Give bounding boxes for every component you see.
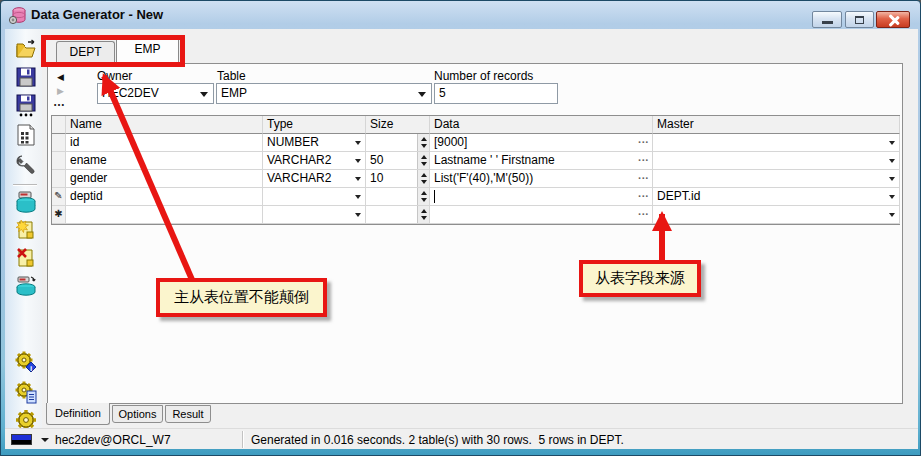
cell-size[interactable]	[366, 134, 430, 152]
cell-name[interactable]: gender	[66, 170, 263, 188]
header-selector	[52, 116, 66, 134]
cell-name[interactable]: deptid	[66, 188, 263, 206]
toolbar-separator	[13, 184, 37, 185]
cell-type[interactable]: VARCHAR2	[263, 170, 366, 188]
cell-size[interactable]	[366, 206, 430, 224]
chevron-down-icon[interactable]	[355, 159, 361, 163]
cell-data-editing[interactable]	[430, 188, 653, 206]
chevron-down-icon[interactable]	[889, 159, 895, 163]
callout-master-note: 从表字段来源	[579, 260, 701, 297]
table-value: EMP	[221, 86, 247, 100]
cell-name[interactable]: id	[66, 134, 263, 152]
save-as-icon[interactable]	[14, 94, 38, 118]
ellipsis-button[interactable]	[638, 152, 649, 169]
drop-table-icon[interactable]	[14, 246, 38, 270]
records-value: 5	[439, 86, 446, 100]
cell-size[interactable]	[366, 188, 430, 206]
row-marker	[52, 152, 66, 170]
tab-result[interactable]: Result	[165, 405, 211, 423]
cell-size[interactable]: 50	[366, 152, 430, 170]
app-database-icon	[8, 6, 27, 25]
session-label: hec2dev@ORCL_W7	[55, 433, 171, 447]
header-master[interactable]: Master	[653, 116, 900, 134]
minimize-button[interactable]	[812, 11, 842, 28]
table-row: gender VARCHAR2 10 List('F'(40),'M'(50))	[52, 170, 899, 188]
row-marker	[52, 170, 66, 188]
cell-type[interactable]: NUMBER	[263, 134, 366, 152]
export-db-icon[interactable]	[14, 274, 38, 298]
tab-definition[interactable]: Definition	[46, 403, 110, 425]
chevron-down-icon[interactable]	[889, 213, 895, 217]
type-value: VARCHAR2	[267, 171, 331, 185]
close-button[interactable]	[876, 11, 910, 28]
chevron-down-icon[interactable]	[355, 195, 361, 199]
window-title: Data Generator - New	[31, 7, 163, 22]
ellipsis-button[interactable]	[638, 134, 649, 151]
chevron-down-icon[interactable]	[889, 195, 895, 199]
chevron-down-icon[interactable]	[355, 177, 361, 181]
ellipsis-button[interactable]	[638, 188, 649, 205]
maximize-button[interactable]	[845, 11, 874, 28]
cell-master[interactable]	[653, 134, 900, 152]
size-stepper[interactable]	[417, 152, 429, 169]
data-disks-icon[interactable]	[14, 190, 38, 214]
status-bar: hec2dev@ORCL_W7 Generated in 0.016 secon…	[5, 428, 918, 449]
type-value: VARCHAR2	[267, 153, 331, 167]
chevron-down-icon[interactable]	[355, 141, 361, 145]
tab-dept[interactable]: DEPT	[56, 41, 115, 63]
cell-type[interactable]	[263, 188, 366, 206]
size-stepper[interactable]	[417, 206, 429, 223]
chevron-down-icon[interactable]	[418, 92, 426, 97]
gear-info-icon[interactable]: i	[14, 350, 38, 374]
chevron-down-icon[interactable]	[200, 92, 208, 97]
data-value: List('F'(40),'M'(50))	[434, 171, 533, 185]
records-input[interactable]: 5	[434, 83, 558, 104]
session-dropdown-icon[interactable]	[41, 438, 49, 442]
cell-data[interactable]: Lastname ' ' Firstname	[430, 152, 653, 170]
wrench-icon[interactable]	[14, 153, 38, 177]
size-value: 10	[370, 171, 383, 185]
chevron-down-icon[interactable]	[889, 177, 895, 181]
new-table-icon[interactable]	[14, 218, 38, 242]
cell-master[interactable]	[653, 170, 900, 188]
cell-master[interactable]: DEPT.id	[653, 188, 900, 206]
table-combobox[interactable]: EMP	[216, 83, 432, 104]
cell-data[interactable]	[430, 206, 653, 224]
cell-type[interactable]	[263, 206, 366, 224]
cell-type[interactable]: VARCHAR2	[263, 152, 366, 170]
owner-combobox[interactable]: HEC2DEV	[97, 83, 214, 104]
table-row: id NUMBER [9000]	[52, 134, 899, 152]
cell-name[interactable]	[66, 206, 263, 224]
chevron-down-icon[interactable]	[889, 141, 895, 145]
tab-emp[interactable]: EMP	[116, 36, 179, 64]
size-stepper[interactable]	[417, 188, 429, 205]
cell-data[interactable]: List('F'(40),'M'(50))	[430, 170, 653, 188]
header-name[interactable]: Name	[66, 116, 263, 134]
chevron-down-icon[interactable]	[355, 213, 361, 217]
gear-script-icon[interactable]	[14, 380, 38, 404]
row-marker-editing: ✎	[52, 188, 66, 206]
prev-table-button[interactable]: ◀	[57, 72, 64, 82]
ellipsis-button[interactable]	[638, 170, 649, 187]
row-marker-new: ✱	[52, 206, 66, 224]
cell-master[interactable]	[653, 152, 900, 170]
open-icon[interactable]	[14, 37, 38, 61]
cell-name[interactable]: ename	[66, 152, 263, 170]
columns-grid: Name Type Size Data Master id NUMBER [90…	[51, 115, 900, 225]
ellipsis-button[interactable]	[638, 206, 649, 223]
more-button[interactable]: …	[53, 95, 66, 109]
cell-master[interactable]	[653, 206, 900, 224]
size-stepper[interactable]	[417, 134, 429, 151]
left-toolbar: i	[5, 29, 42, 449]
header-data[interactable]: Data	[430, 116, 653, 134]
tab-options[interactable]: Options	[112, 405, 163, 423]
size-stepper[interactable]	[417, 170, 429, 187]
header-size[interactable]: Size	[366, 116, 430, 134]
save-icon[interactable]	[14, 65, 38, 89]
data-value: Lastname ' ' Firstname	[434, 153, 555, 167]
cell-data[interactable]: [9000]	[430, 134, 653, 152]
report-icon[interactable]	[14, 123, 38, 147]
records-label: Number of records	[434, 69, 533, 83]
header-type[interactable]: Type	[263, 116, 366, 134]
cell-size[interactable]: 10	[366, 170, 430, 188]
